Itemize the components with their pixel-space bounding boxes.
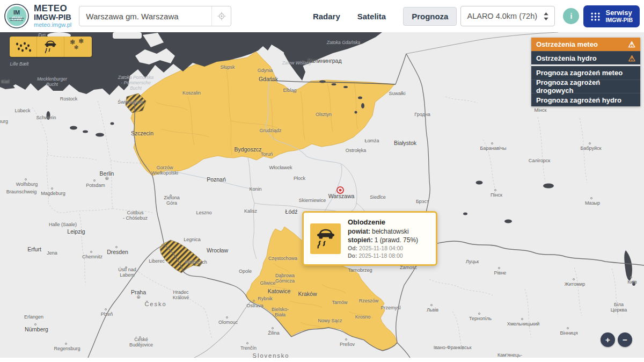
city-dot xyxy=(253,300,255,302)
warning-triangle-white-icon: ⚠ xyxy=(628,40,635,48)
map: FynLille BæltMecklenburger BuchtZatoka P… xyxy=(0,32,644,358)
model-select-value: ALARO 4.0km (72h) xyxy=(467,12,537,20)
city-dot xyxy=(590,197,592,199)
city-dot xyxy=(491,142,493,144)
top-bar: IM GW METEO IMGW-PIB meteo.imgw.pl xyxy=(0,0,644,32)
city-dot xyxy=(246,342,248,344)
snow-warning-button[interactable]: ❄❄❄ xyxy=(64,37,92,57)
menu-item-4[interactable]: Prognoza zagrożeń drogowych xyxy=(531,79,640,93)
city-dot xyxy=(105,308,107,310)
city-dot xyxy=(93,179,96,182)
menu-item-label: Prognoza zagrożeń drogowych xyxy=(536,78,635,95)
city-dot xyxy=(430,304,433,306)
freezing-rain-warning-button[interactable] xyxy=(10,37,37,57)
city-dot xyxy=(345,338,347,341)
menu-item-label: Prognoza zagrożeń meteo xyxy=(536,69,623,77)
city-dot xyxy=(65,343,67,345)
city-dot xyxy=(25,178,27,180)
slippery-road-warning-button[interactable] xyxy=(37,37,64,57)
nav-prognoza[interactable]: Prognoza xyxy=(403,7,457,26)
svg-text:IM: IM xyxy=(13,9,20,16)
nav-radary[interactable]: Radary xyxy=(313,12,340,21)
menu-item-label: Ostrzeżenia meteo xyxy=(536,40,598,48)
menu-item-label: Prognoza zagrożeń hydro xyxy=(536,96,621,104)
capital-city-symbol: ⊕ xyxy=(136,294,141,300)
services-button[interactable]: Serwisy IMGW-PIB xyxy=(583,5,640,27)
city-dot xyxy=(589,142,591,144)
locate-button[interactable] xyxy=(211,6,231,26)
svg-text:GW: GW xyxy=(12,16,23,22)
menu-item-1[interactable]: Ostrzeżenia meteo⚠ xyxy=(531,38,640,51)
crosshair-icon xyxy=(217,12,226,20)
popup-time-from: Od:2025-11-18 04:00 xyxy=(348,245,418,251)
zoom-in-button[interactable]: + xyxy=(601,332,615,347)
city-dot xyxy=(51,187,53,190)
search-input[interactable] xyxy=(79,12,211,21)
layers-menu: Ostrzeżenia meteo⚠Ostrzeżenia hydro⚠Prog… xyxy=(531,38,640,106)
logo-title: METEO xyxy=(34,4,71,13)
city-dot xyxy=(226,316,228,318)
zoom-out-button[interactable]: − xyxy=(618,332,632,347)
imgw-logo[interactable]: IM GW METEO IMGW-PIB meteo.imgw.pl xyxy=(4,4,71,28)
header-nav: Radary Satelita Prognoza ALARO 4.0km (72… xyxy=(313,5,640,27)
meteo-imgw-app: IM GW METEO IMGW-PIB meteo.imgw.pl xyxy=(0,0,644,362)
city-dot xyxy=(498,267,500,269)
city-dot xyxy=(478,313,480,315)
grid-icon xyxy=(590,11,601,21)
menu-item-3[interactable]: Prognoza zagrożeń meteo xyxy=(531,66,640,79)
city-dot xyxy=(139,336,141,338)
nav-satelita[interactable]: Satelita xyxy=(357,12,386,21)
city-dot xyxy=(567,327,569,329)
logo-url: meteo.imgw.pl xyxy=(34,22,71,28)
services-button-line1: Serwisy xyxy=(605,9,633,17)
city-dot xyxy=(272,327,274,329)
logo-subtitle: IMGW-PIB xyxy=(34,13,71,21)
popup-row-stopien: stopień:1 (prawd. 75%) xyxy=(348,236,418,244)
imgw-logo-icon: IM GW xyxy=(4,4,29,28)
active-warning-buttons: ❄❄❄ xyxy=(10,37,92,57)
city-dot xyxy=(90,251,92,253)
info-button[interactable]: i xyxy=(563,8,579,24)
city-dot xyxy=(521,318,523,320)
slippery-road-icon xyxy=(310,223,341,254)
search-box xyxy=(79,6,231,26)
warszawa-marker[interactable] xyxy=(336,186,344,194)
city-dot xyxy=(34,323,36,325)
city-dot xyxy=(170,194,172,197)
city-dot xyxy=(630,276,632,278)
warning-triangle-orange-icon: ⚠ xyxy=(628,54,635,62)
city-dot xyxy=(494,189,496,191)
capital-city-symbol: ⊕ xyxy=(105,176,109,181)
services-button-line2: IMGW-PIB xyxy=(605,17,633,23)
warning-popup: Oblodzenie powiat:bełchatowski stopień:1… xyxy=(302,211,437,266)
popup-time-to: Do:2025-11-18 08:00 xyxy=(348,252,418,259)
city-dot xyxy=(125,266,127,269)
zoom-controls: + − xyxy=(601,332,632,347)
popup-title: Oblodzenie xyxy=(348,218,418,226)
model-select[interactable]: ALARO 4.0km (72h) xyxy=(460,6,555,26)
city-dot xyxy=(115,246,118,248)
menu-item-5[interactable]: Prognoza zagrożeń hydro xyxy=(531,93,640,106)
menu-item-2[interactable]: Ostrzeżenia hydro⚠ xyxy=(531,51,640,64)
updown-arrows-icon xyxy=(544,12,548,20)
city-dot xyxy=(573,278,575,280)
menu-item-label: Ostrzeżenia hydro xyxy=(536,54,597,62)
popup-row-powiat: powiat:bełchatowski xyxy=(348,228,418,235)
